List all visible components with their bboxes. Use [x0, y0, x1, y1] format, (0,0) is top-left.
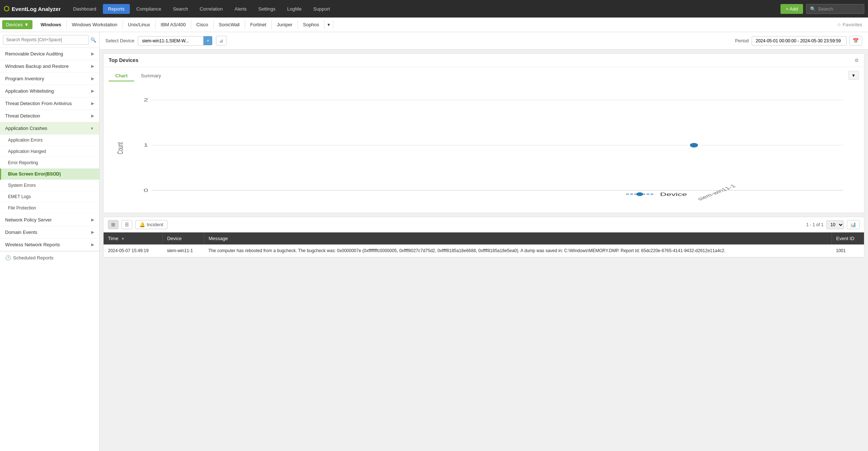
sidebar-item-network-policy-server[interactable]: Network Policy Server ▶: [0, 214, 99, 226]
filter-button[interactable]: ⊿: [216, 36, 226, 46]
sidebar-item-label: Application Whitelisting: [5, 88, 54, 94]
nav-correlation[interactable]: Correlation: [194, 4, 228, 14]
subnav-cisco[interactable]: Cisco: [191, 20, 214, 29]
sidebar-subitem-application-errors[interactable]: Application Errors: [0, 135, 99, 146]
per-page-select[interactable]: 10: [826, 220, 844, 229]
grid-icon: ⊞: [111, 222, 115, 227]
sidebar-item-wireless-network[interactable]: Wireless Network Reports ▶: [0, 239, 99, 251]
nav-alerts[interactable]: Alerts: [229, 4, 252, 14]
subnav-juniper[interactable]: Juniper: [272, 20, 298, 29]
incident-button[interactable]: 🔔 Incident: [135, 220, 167, 229]
cell-device: siem-win11-1: [163, 244, 204, 257]
tab-summary[interactable]: Summary: [134, 71, 168, 81]
subnav-sonicwall[interactable]: SonicWall: [214, 20, 245, 29]
sidebar-item-application-crashes[interactable]: Application Crashes ▼: [0, 122, 99, 135]
device-add-button[interactable]: +: [204, 36, 212, 45]
sidebar-item-program-inventory[interactable]: Program Inventory ▶: [0, 73, 99, 85]
sidebar-item-label: Windows Backup and Restore: [5, 63, 69, 69]
content-area: Select Device + ⊿ Period 📅 Top Devices ⚙: [100, 32, 868, 451]
sidebar-footer-label: Scheduled Reports: [13, 255, 54, 261]
svg-text:2: 2: [144, 97, 148, 103]
chart-area: Count 2 1 0: [104, 81, 864, 213]
devices-dropdown-button[interactable]: Devices ▼: [2, 20, 32, 29]
logo-icon: ⬡: [4, 5, 9, 13]
pagination-text: 1 - 1 of 1: [806, 222, 824, 227]
subnav-sophos[interactable]: Sophos: [298, 20, 325, 29]
svg-text:1: 1: [144, 143, 148, 148]
chevron-right-icon: ▶: [91, 89, 94, 93]
nav-dashboard[interactable]: Dashboard: [68, 4, 101, 14]
period-input[interactable]: [752, 36, 846, 46]
nav-reports[interactable]: Reports: [103, 4, 130, 14]
nav-search[interactable]: Search: [168, 4, 193, 14]
subnav-unix-linux[interactable]: Unix/Linux: [123, 20, 156, 29]
sidebar-search-icon: 🔍: [90, 37, 96, 43]
sidebar-subitem-blue-screen-error[interactable]: Blue Screen Error(BSOD): [0, 169, 99, 180]
sidebar-item-label: Threat Detection: [5, 113, 40, 119]
sidebar-item-label: Network Policy Server: [5, 217, 52, 223]
chevron-right-icon: ▶: [91, 113, 94, 118]
subnav-ibm-as400[interactable]: IBM AS/400: [156, 20, 191, 29]
sidebar-item-windows-backup[interactable]: Windows Backup and Restore ▶: [0, 60, 99, 73]
nav-right: + Add 🔍 Search: [780, 4, 864, 14]
device-selector: +: [138, 36, 212, 46]
sidebar-subitem-emet-logs[interactable]: EMET Logs: [0, 191, 99, 203]
sidebar-search-container: 🔍: [0, 32, 99, 48]
subnav-windows-workstation[interactable]: Windows Workstation: [67, 20, 123, 29]
top-navigation: ⬡ EventLog Analyzer Dashboard Reports Co…: [0, 0, 868, 18]
list-icon: ☰: [125, 222, 129, 227]
list-view-button[interactable]: ☰: [121, 220, 132, 229]
export-icon: 📊: [850, 222, 856, 227]
favorites-button[interactable]: ☆ Favorites: [833, 20, 866, 29]
cell-message: The computer has rebooted from a bugchec…: [204, 244, 832, 257]
sidebar-item-threat-detection-antivirus[interactable]: Threat Detection From Antivirus ▶: [0, 97, 99, 110]
col-time[interactable]: Time ▼: [104, 232, 163, 244]
settings-icon[interactable]: ⚙: [855, 58, 859, 63]
chart-tabs: Chart Summary: [104, 67, 173, 81]
subnav-windows[interactable]: Windows: [35, 20, 67, 29]
chevron-right-icon: ▶: [91, 101, 94, 106]
chart-collapse-button[interactable]: ▾: [848, 71, 859, 80]
tab-chart[interactable]: Chart: [109, 71, 134, 81]
svg-text:Count: Count: [116, 142, 125, 154]
sidebar-search-input[interactable]: [3, 35, 89, 45]
nav-settings[interactable]: Settings: [253, 4, 280, 14]
filter-icon: ⊿: [219, 38, 223, 43]
sidebar-subitem-system-errors[interactable]: System Errors: [0, 180, 99, 191]
table-pagination: 1 - 1 of 1 10 📊: [806, 220, 860, 229]
clock-icon: 🕐: [5, 255, 11, 261]
cell-event-id: 1001: [832, 244, 864, 257]
nav-compliance[interactable]: Compliance: [131, 4, 167, 14]
chevron-right-icon: ▶: [91, 76, 94, 81]
brand-name: EventLog Analyzer: [12, 6, 61, 12]
incident-icon: 🔔: [139, 222, 145, 227]
add-button[interactable]: + Add: [780, 4, 803, 14]
calendar-button[interactable]: 📅: [849, 36, 862, 46]
period-section: Period 📅: [735, 36, 862, 46]
subnav-fortinet[interactable]: Fortinet: [245, 20, 272, 29]
sidebar-subitem-error-reporting[interactable]: Error Reporting: [0, 157, 99, 169]
col-device[interactable]: Device: [163, 232, 204, 244]
top-search-box[interactable]: 🔍 Search: [806, 4, 864, 14]
sidebar-subitem-application-hanged[interactable]: Application Hanged: [0, 146, 99, 157]
subnav-more-button[interactable]: ▾: [325, 20, 333, 29]
grid-view-button[interactable]: ⊞: [108, 220, 119, 229]
sidebar-item-domain-events[interactable]: Domain Events ▶: [0, 226, 99, 239]
sidebar-item-threat-detection[interactable]: Threat Detection ▶: [0, 110, 99, 122]
favorites-label: Favorites: [843, 22, 862, 27]
table-row: 2024-05-07 15:49:19 siem-win11-1 The com…: [104, 244, 864, 257]
export-button[interactable]: 📊: [847, 220, 860, 229]
brand-logo: ⬡ EventLog Analyzer: [4, 5, 61, 13]
sidebar-subitem-file-protection[interactable]: File Protection: [0, 203, 99, 214]
chart-title: Top Devices: [109, 57, 138, 63]
sidebar-item-removable-device[interactable]: Removable Device Auditing ▶: [0, 48, 99, 60]
device-input[interactable]: [138, 36, 204, 46]
nav-logme[interactable]: LogMe: [282, 4, 307, 14]
scheduled-reports-link[interactable]: 🕐 Scheduled Reports: [0, 251, 99, 264]
col-message[interactable]: Message: [204, 232, 832, 244]
calendar-icon: 📅: [853, 38, 859, 43]
svg-text:siem-win11-1: siem-win11-1: [696, 184, 737, 201]
col-event-id[interactable]: Event ID: [832, 232, 864, 244]
nav-support[interactable]: Support: [308, 4, 335, 14]
sidebar-item-application-whitelisting[interactable]: Application Whitelisting ▶: [0, 85, 99, 97]
